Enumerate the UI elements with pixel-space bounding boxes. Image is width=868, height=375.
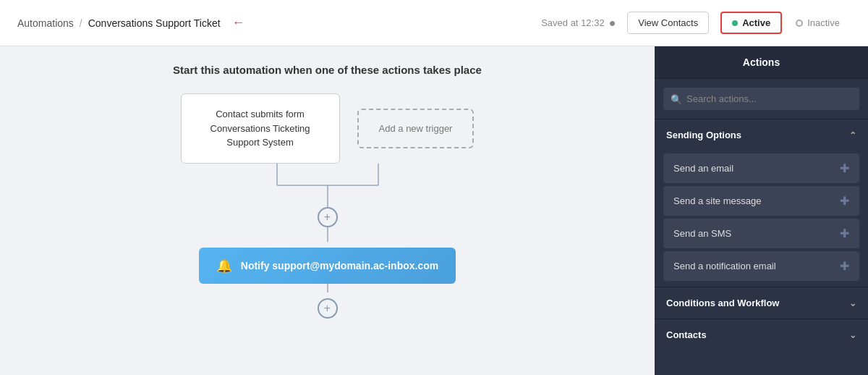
- action-label: Send a site message: [673, 195, 761, 206]
- status-toggle: Active Inactive: [720, 12, 851, 34]
- inactive-button[interactable]: Inactive: [785, 12, 851, 33]
- inactive-label: Inactive: [807, 17, 840, 28]
- contacts-section: Contacts ⌄: [655, 319, 868, 350]
- triggers-row: Contact submits form Conversations Ticke…: [181, 93, 475, 164]
- action-send-email[interactable]: Send an email ✚: [663, 153, 859, 183]
- saved-text: Saved at 12:32: [541, 17, 604, 28]
- drag-icon: ✚: [840, 259, 849, 273]
- action-label: Send a notification email: [673, 261, 776, 271]
- connector-line: [327, 227, 328, 242]
- action-send-notification-email[interactable]: Send a notification email ✚: [663, 251, 859, 281]
- add-step-button-bottom[interactable]: +: [318, 298, 338, 319]
- saved-time: Saved at 12:32 ●: [541, 17, 616, 30]
- notify-label: Notify support@mydomain.ac-inbox.com: [241, 260, 438, 271]
- chevron-up-icon: ⌃: [849, 130, 856, 140]
- drag-icon: ✚: [840, 227, 849, 240]
- page-title: Conversations Support Ticket: [88, 17, 221, 29]
- sidebar-header: Actions: [655, 46, 868, 79]
- search-icon: 🔍: [671, 93, 682, 104]
- flow-lines: [219, 164, 436, 207]
- active-button[interactable]: Active: [720, 12, 782, 34]
- add-step-button-top[interactable]: +: [318, 207, 338, 227]
- active-dot: [732, 20, 738, 26]
- action-label: Send an SMS: [673, 228, 731, 239]
- contacts-header[interactable]: Contacts ⌄: [655, 319, 868, 350]
- notify-block[interactable]: 🔔 Notify support@mydomain.ac-inbox.com: [199, 248, 456, 284]
- arrow-icon: ←: [232, 15, 245, 30]
- action-send-site-message[interactable]: Send a site message ✚: [663, 186, 859, 216]
- chevron-down-icon: ⌄: [849, 298, 856, 308]
- trigger-box[interactable]: Contact submits form Conversations Ticke…: [181, 93, 340, 164]
- canvas: Start this automation when one of these …: [0, 46, 655, 375]
- history-icon[interactable]: ●: [609, 17, 616, 30]
- breadcrumb-automations[interactable]: Automations: [17, 17, 74, 29]
- main-layout: Start this automation when one of these …: [0, 46, 868, 375]
- drag-icon: ✚: [840, 161, 849, 175]
- add-trigger-box[interactable]: Add a new trigger: [357, 109, 475, 148]
- contacts-label: Contacts: [666, 329, 707, 340]
- sending-options-header[interactable]: Sending Options ⌃: [655, 119, 868, 151]
- conditions-workflow-header[interactable]: Conditions and Workflow ⌄: [655, 287, 868, 319]
- inactive-dot: [796, 20, 803, 27]
- sidebar: Actions 🔍 Sending Options ⌃ Send an emai…: [655, 46, 868, 375]
- search-input[interactable]: [663, 88, 859, 110]
- breadcrumb: Automations / Conversations Support Tick…: [17, 15, 245, 30]
- bell-icon: 🔔: [216, 258, 232, 274]
- breadcrumb-separator: /: [80, 17, 82, 29]
- connector-line-bottom: [327, 284, 328, 292]
- drag-icon: ✚: [840, 194, 849, 208]
- header: Automations / Conversations Support Tick…: [0, 0, 868, 46]
- canvas-title: Start this automation when one of these …: [173, 64, 482, 76]
- conditions-workflow-section: Conditions and Workflow ⌄: [655, 287, 868, 319]
- header-right: Saved at 12:32 ● View Contacts Active In…: [541, 12, 851, 34]
- sending-options-section: Sending Options ⌃ Send an email ✚ Send a…: [655, 119, 868, 287]
- active-label: Active: [742, 17, 770, 28]
- search-box: 🔍: [663, 88, 859, 110]
- action-label: Send an email: [673, 163, 733, 174]
- action-send-sms[interactable]: Send an SMS ✚: [663, 219, 859, 248]
- view-contacts-button[interactable]: View Contacts: [627, 12, 709, 34]
- chevron-down-icon: ⌄: [849, 330, 856, 340]
- conditions-workflow-label: Conditions and Workflow: [666, 298, 779, 308]
- sending-options-label: Sending Options: [666, 130, 741, 140]
